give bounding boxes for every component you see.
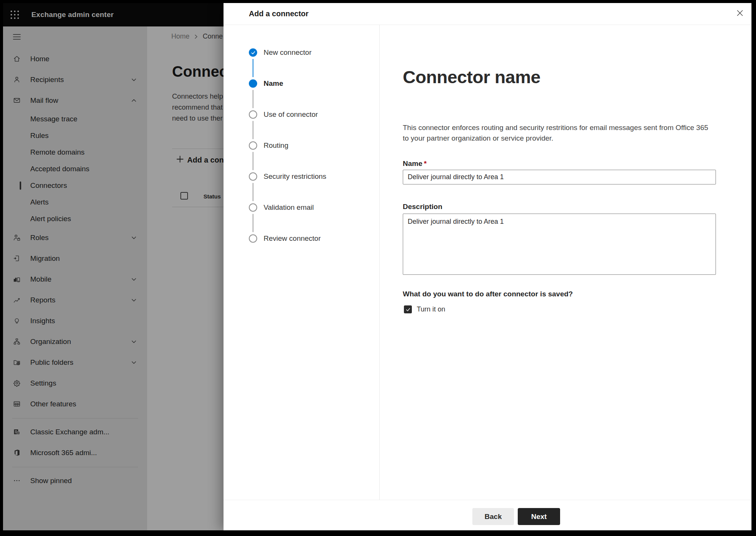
wizard-steps-rail: New connector Name Use of connector Rout…: [224, 25, 380, 500]
name-field-label: Name*: [403, 160, 427, 168]
step-upcoming-dot: [249, 203, 257, 212]
step-completed-check-icon: [249, 48, 257, 57]
step-security-restrictions[interactable]: Security restrictions: [249, 172, 379, 203]
dialog-footer: Back Next: [224, 500, 751, 530]
next-button[interactable]: Next: [518, 508, 560, 525]
after-save-question: What do you want to do after connector i…: [403, 290, 573, 298]
turn-it-on-label: Turn it on: [417, 305, 445, 313]
add-connector-dialog: Add a connector New connector Name Use o…: [224, 3, 751, 530]
dialog-title: Add a connector: [249, 9, 309, 18]
wizard-content-pane: Connector name This connector enforces r…: [380, 25, 751, 500]
turn-it-on-checkbox-row[interactable]: Turn it on: [404, 305, 445, 313]
close-button[interactable]: [734, 8, 745, 19]
step-current-dot: [249, 79, 257, 88]
description-field-label: Description: [403, 203, 442, 211]
app-window: Exchange admin center Home Recipients Ma…: [3, 3, 751, 530]
connector-description-text: This connector enforces routing and secu…: [403, 122, 708, 144]
page-heading: Connector name: [403, 67, 540, 87]
step-new-connector[interactable]: New connector: [249, 48, 379, 79]
step-routing[interactable]: Routing: [249, 141, 379, 172]
dialog-body: New connector Name Use of connector Rout…: [224, 25, 751, 500]
back-button[interactable]: Back: [472, 508, 514, 525]
close-icon: [736, 9, 744, 18]
dialog-header: Add a connector: [224, 3, 751, 25]
connector-name-input[interactable]: [403, 170, 716, 184]
step-name[interactable]: Name: [249, 79, 379, 110]
step-upcoming-dot: [249, 172, 257, 181]
step-upcoming-dot: [249, 110, 257, 119]
connector-description-textarea[interactable]: Deliver journal directly to Area 1: [403, 214, 716, 275]
checkbox-checked-icon[interactable]: [404, 305, 412, 313]
step-upcoming-dot: [249, 141, 257, 150]
step-use-of-connector[interactable]: Use of connector: [249, 110, 379, 141]
exchange-admin-screenshot: { "topbar": { "title": "Exchange admin c…: [0, 0, 756, 536]
required-asterisk: *: [424, 160, 427, 167]
step-validation-email[interactable]: Validation email: [249, 203, 379, 234]
step-upcoming-dot: [249, 234, 257, 243]
step-review-connector[interactable]: Review connector: [249, 234, 379, 265]
